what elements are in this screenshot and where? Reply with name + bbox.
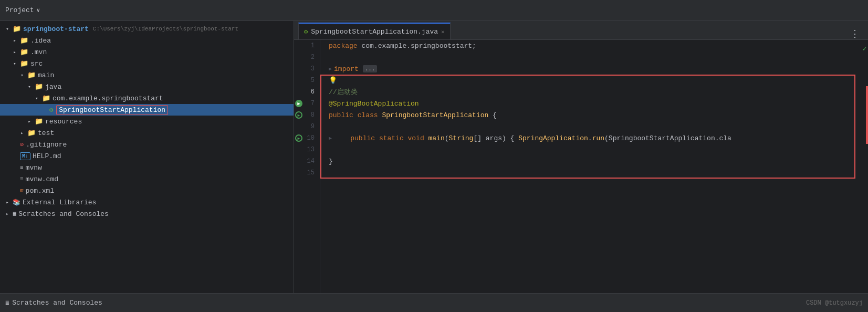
scratches-console-button[interactable]: ≣ Scratches and Consoles (5, 299, 102, 307)
item-label: resources (45, 118, 82, 126)
tree-item-external-libraries[interactable]: 📚 External Libraries (0, 196, 294, 208)
tree-item-mvnw[interactable]: ≡ mvnw (0, 162, 294, 173)
project-tree: 📁 springboot-start C:\Users\zyj\IdeaProj… (0, 21, 294, 293)
spring-tab-icon: ⚙ (304, 28, 308, 36)
item-label: .mvn (30, 48, 47, 56)
collapse-icon[interactable]: ▶ (329, 66, 332, 72)
project-name: springboot-start (23, 25, 89, 33)
line-gutter: 1 2 3 5 6 ▶ 7 ▶ 8 9 ▶ 10 13 14 (294, 40, 320, 293)
scratches-icon: ≣ (13, 210, 16, 218)
tree-item-java[interactable]: 📁 java (0, 81, 294, 92)
line-num-15: 15 (294, 167, 320, 179)
code-line-9 (320, 121, 862, 132)
line-num-6: 6 (294, 86, 320, 98)
tab-filename: SpringbootStartApplication.java (311, 28, 438, 36)
run-icon-8[interactable]: ▶ (295, 111, 302, 119)
item-label: main (38, 71, 54, 79)
lightbulb-icon[interactable]: 💡 (329, 76, 337, 85)
project-title[interactable]: Project ∨ (5, 6, 40, 14)
item-label: SpringbootStartApplication (56, 105, 168, 115)
item-label: HELP.md (33, 152, 61, 160)
collapse-icon-10[interactable]: ▶ (329, 135, 332, 141)
cmd-icon: ≡ (20, 176, 24, 182)
line-num-14: 14 (294, 155, 320, 167)
code-editor: 1 2 3 5 6 ▶ 7 ▶ 8 9 ▶ 10 13 14 (294, 40, 868, 293)
item-label: com.example.springbootstart (53, 95, 163, 102)
arrow-icon (12, 60, 18, 67)
code-line-7: @SpringBootApplication (320, 98, 862, 109)
xml-icon: m (20, 188, 24, 194)
tree-item-mvnw-cmd[interactable]: ≡ mvnw.cmd (0, 173, 294, 185)
error-stripe (866, 86, 868, 144)
arrow-icon (12, 37, 18, 44)
run-icon-7[interactable]: ▶ (295, 100, 302, 107)
arrow-icon (26, 118, 33, 124)
editor-tab-spring-app[interactable]: ⚙ SpringbootStartApplication.java ✕ (298, 23, 451, 39)
line-num-13: 13 (294, 144, 320, 155)
package-icon: 📁 (42, 94, 50, 102)
item-label: test (38, 129, 54, 137)
tree-item-scratches[interactable]: ≣ Scratches and Consoles (0, 208, 294, 220)
tree-item-main[interactable]: 📁 main (0, 69, 294, 81)
code-line-13 (320, 144, 862, 155)
tree-item-gitignore[interactable]: ⊘ .gitignore (0, 139, 294, 150)
code-content: package com.example.springbootstart; ▶ i… (320, 40, 862, 293)
scratches-label: Scratches and Consoles (18, 210, 109, 218)
gitignore-icon: ⊘ (20, 141, 24, 149)
branding-label: CSDN @tutgxuzyj (806, 299, 863, 307)
scratches-bottom-label: Scratches and Consoles (12, 299, 102, 307)
item-label: External Libraries (23, 199, 96, 206)
tree-item-test[interactable]: 📁 test (0, 127, 294, 139)
library-icon: 📚 (13, 199, 20, 206)
arrow-icon (12, 49, 18, 55)
spring-icon: ⚙ (49, 106, 53, 114)
tree-item-package[interactable]: 📁 com.example.springbootstart (0, 92, 294, 104)
code-check-icon: ✓ (863, 44, 867, 53)
tree-item-pom[interactable]: m pom.xml (0, 185, 294, 196)
folder-icon: 📁 (35, 117, 43, 126)
editor-area: ⚙ SpringbootStartApplication.java ✕ ⋮ 1 … (294, 21, 868, 293)
code-line-5: 💡 (320, 75, 862, 86)
tree-item-help-md[interactable]: M↓ HELP.md (0, 150, 294, 162)
folder-icon: 📁 (13, 25, 21, 33)
tree-item-idea[interactable]: 📁 .idea (0, 35, 294, 46)
more-actions-button[interactable]: ⋮ (848, 28, 862, 39)
run-icon-10[interactable]: ▶ (295, 134, 302, 142)
mvnw-icon: ≡ (20, 164, 24, 171)
code-line-8: public class SpringbootStartApplication … (320, 109, 862, 121)
code-line-6: //启动类 (320, 86, 862, 98)
tree-item-mvn[interactable]: 📁 .mvn (0, 46, 294, 58)
tree-item-springboot-start[interactable]: 📁 springboot-start C:\Users\zyj\IdeaProj… (0, 23, 294, 35)
line-num-7: ▶ 7 (294, 98, 320, 109)
project-label: Project (5, 6, 34, 14)
project-path: C:\Users\zyj\IdeaProjects\springboot-sta… (93, 26, 238, 32)
code-line-15 (320, 167, 862, 179)
arrow-icon (19, 130, 25, 136)
item-label: src (30, 60, 43, 68)
bottom-bar: ≣ Scratches and Consoles CSDN @tutgxuzyj (0, 293, 868, 312)
md-icon: M↓ (20, 152, 30, 160)
line-num-2: 2 (294, 51, 320, 63)
sidebar: 📁 springboot-start C:\Users\zyj\IdeaProj… (0, 21, 294, 293)
folder-icon: 📁 (27, 129, 36, 137)
item-label: .idea (30, 37, 51, 45)
folder-icon: 📁 (20, 48, 28, 56)
arrow-icon (4, 211, 11, 217)
code-line-10: ▶ public static void main(String[] args)… (320, 132, 862, 144)
folder-icon: 📁 (20, 36, 28, 45)
main-layout: 📁 springboot-start C:\Users\zyj\IdeaProj… (0, 21, 868, 293)
tree-item-src[interactable]: 📁 src (0, 58, 294, 69)
arrow-icon (26, 84, 33, 90)
arrow-icon (19, 72, 25, 78)
chevron-down-icon: ∨ (37, 7, 40, 14)
tab-close-button[interactable]: ✕ (441, 28, 445, 35)
tree-item-resources[interactable]: 📁 resources (0, 116, 294, 127)
item-label: java (45, 83, 61, 91)
item-label: .gitignore (26, 141, 67, 149)
line-num-3: 3 (294, 63, 320, 75)
tree-item-spring-app[interactable]: ⚙ SpringbootStartApplication (0, 104, 294, 116)
folder-icon: 📁 (27, 71, 36, 79)
editor-tabs: ⚙ SpringbootStartApplication.java ✕ ⋮ (294, 21, 868, 40)
arrow-icon (34, 95, 40, 101)
arrow-icon (4, 199, 11, 205)
